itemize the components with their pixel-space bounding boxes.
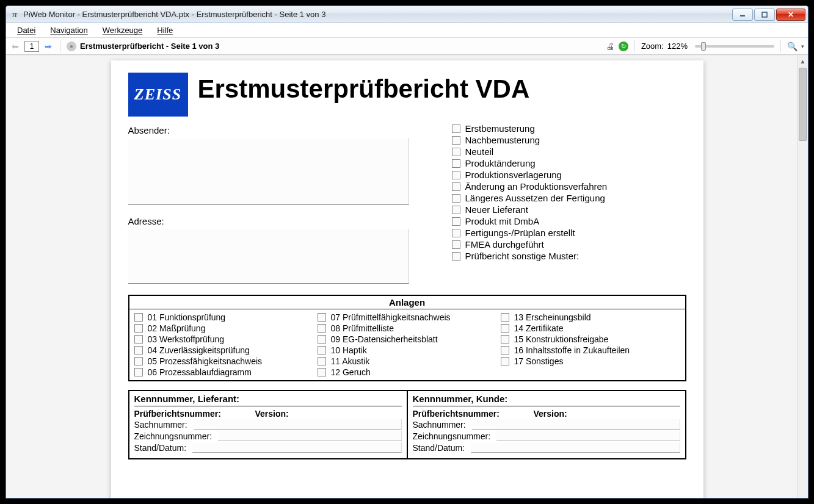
checkbox[interactable] <box>452 148 460 156</box>
checkbox[interactable] <box>452 182 460 191</box>
prev-page-icon[interactable]: ⬅ <box>10 41 21 52</box>
zoom-slider[interactable] <box>695 45 774 48</box>
category-checklist: ErstbemusterungNachbemusterungNeuteilPro… <box>452 121 686 284</box>
menu-datei[interactable]: Datei <box>11 24 42 36</box>
window-controls: ✕ <box>732 9 808 21</box>
anlagen-label: 16 Inhaltsstoffe in Zukaufteilen <box>514 345 630 355</box>
check-label: Produkt mit DmbA <box>465 216 540 226</box>
check-label: Längeres Aussetzen der Fertigung <box>465 193 605 203</box>
customer-field1-label: Sachnummer: <box>413 420 466 430</box>
checkbox[interactable] <box>452 171 460 179</box>
checkbox[interactable] <box>452 136 460 145</box>
checkbox[interactable] <box>318 368 326 376</box>
scroll-up-icon[interactable]: ▲ <box>798 56 808 67</box>
check-label: Nachbemusterung <box>465 135 540 145</box>
scroll-thumb[interactable] <box>799 68 807 141</box>
checkbox[interactable] <box>318 324 326 333</box>
anlagen-item: 05 Prozessfähigkeitsnachweis <box>134 356 314 367</box>
category-check-item: FMEA durchgeführt <box>452 239 686 250</box>
svg-rect-1 <box>762 12 767 17</box>
menu-werkzeuge[interactable]: Werkzeuge <box>96 24 149 36</box>
breadcrumb: Erstmusterprüfbericht - Seite 1 von 3 <box>80 41 219 51</box>
checkbox[interactable] <box>318 335 326 344</box>
maximize-button[interactable] <box>754 9 775 21</box>
check-label: FMEA durchgeführt <box>465 239 544 250</box>
app-window: π PiWeb Monitor - Erstmusterprüfbericht … <box>5 5 809 499</box>
category-check-item: Neuer Lieferant <box>452 204 686 215</box>
next-page-icon[interactable]: ➡ <box>43 41 54 52</box>
customer-field3-input[interactable] <box>471 442 680 453</box>
anlagen-label: 01 Funktionsprüfung <box>148 312 226 322</box>
customer-field2-input[interactable] <box>496 431 680 441</box>
checkbox[interactable] <box>134 313 143 322</box>
vertical-scrollbar[interactable]: ▲ <box>797 56 808 498</box>
check-label: Änderung an Produktionsverfahren <box>465 181 608 192</box>
checkbox[interactable] <box>452 229 460 237</box>
check-label: Produktionsverlagerung <box>465 170 562 180</box>
anlagen-item: 17 Sonstiges <box>501 356 680 367</box>
checkbox[interactable] <box>501 324 509 333</box>
search-icon[interactable]: 🔍 <box>787 41 798 51</box>
anlagen-item: 13 Erscheinungsbild <box>501 312 680 323</box>
checkbox[interactable] <box>501 335 509 344</box>
checkbox[interactable] <box>452 240 460 249</box>
content-area: ZEISS Erstmusterprüfbericht VDA Absender… <box>6 55 808 498</box>
supplier-field3-input[interactable] <box>192 442 401 453</box>
customer-reportno-label: Prüfberichtsnummer: <box>413 409 517 419</box>
check-label: Neuteil <box>465 146 494 157</box>
toolbar: ⬅ 1 ➡ ● Erstmusterprüfbericht - Seite 1 … <box>6 38 808 55</box>
anlagen-label: 06 Prozessablaufdiagramm <box>148 367 252 377</box>
minimize-button[interactable] <box>732 9 753 21</box>
checkbox[interactable] <box>134 357 143 365</box>
checkbox[interactable] <box>318 346 326 355</box>
status-dot-icon: ● <box>67 41 76 51</box>
anlagen-label: 14 Zertifikate <box>514 323 564 333</box>
checkbox[interactable] <box>318 357 326 365</box>
checkbox[interactable] <box>501 357 509 365</box>
checkbox[interactable] <box>134 346 143 355</box>
page-number-input[interactable]: 1 <box>24 41 39 52</box>
close-button[interactable]: ✕ <box>776 9 805 21</box>
menu-navigation[interactable]: Navigation <box>44 24 93 36</box>
supplier-field1-input[interactable] <box>194 419 402 430</box>
checkbox[interactable] <box>134 324 143 333</box>
anlagen-item: 08 Prüfmittelliste <box>318 323 497 334</box>
sender-label: Absender: <box>128 125 440 135</box>
category-check-item: Neuteil <box>452 146 686 157</box>
checkbox[interactable] <box>501 346 509 355</box>
anlagen-item: 06 Prozessablaufdiagramm <box>134 367 314 378</box>
address-input[interactable] <box>128 229 409 284</box>
toolbar-separator <box>60 40 60 52</box>
customer-field1-input[interactable] <box>472 419 680 430</box>
anlagen-box: Anlagen 01 Funktionsprüfung02 Maßprüfung… <box>128 295 686 381</box>
zoom-thumb[interactable] <box>701 42 706 51</box>
dropdown-icon[interactable]: ▾ <box>801 43 804 49</box>
checkbox[interactable] <box>501 313 509 322</box>
supplier-reportno-label: Prüfberichtsnummer: <box>134 409 238 419</box>
zeiss-logo: ZEISS <box>128 73 188 117</box>
checkbox[interactable] <box>452 206 460 214</box>
checkbox[interactable] <box>134 335 143 344</box>
checkbox[interactable] <box>318 313 326 322</box>
report-title: Erstmusterprüfbericht VDA <box>198 76 530 102</box>
menu-hilfe[interactable]: Hilfe <box>151 24 179 36</box>
supplier-field2-input[interactable] <box>218 431 401 441</box>
checkbox[interactable] <box>452 159 460 168</box>
supplier-version-label: Version: <box>255 409 289 419</box>
supplier-title: Kennnummer, Lieferant: <box>134 394 402 406</box>
category-check-item: Längeres Aussetzen der Fertigung <box>452 192 686 204</box>
supplier-field2-label: Zeichnungsnummer: <box>134 431 213 441</box>
info-boxes: Kennnummer, Lieferant: Prüfberichtsnumme… <box>128 390 686 459</box>
app-icon: π <box>10 10 20 20</box>
anlagen-label: 15 Konstruktionsfreigabe <box>514 334 609 344</box>
checkbox[interactable] <box>452 124 460 133</box>
checkbox[interactable] <box>452 217 460 226</box>
checkbox[interactable] <box>452 194 460 203</box>
checkbox[interactable] <box>134 368 143 376</box>
sender-input[interactable] <box>128 138 409 205</box>
refresh-icon[interactable]: ↻ <box>619 41 628 51</box>
checkbox[interactable] <box>452 252 460 261</box>
customer-field3-label: Stand/Datum: <box>413 443 465 453</box>
anlagen-label: 13 Erscheinungsbild <box>514 312 591 322</box>
print-icon[interactable]: 🖨 <box>605 41 615 51</box>
